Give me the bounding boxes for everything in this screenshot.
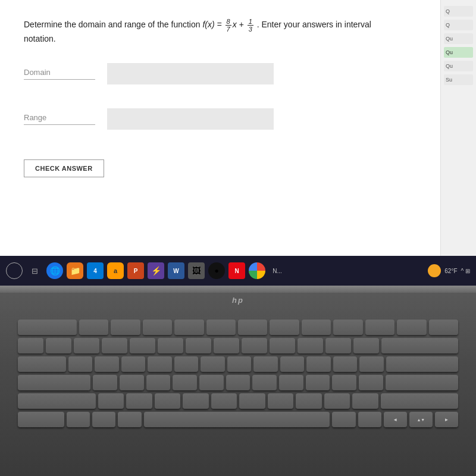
key-quote[interactable]	[359, 375, 383, 390]
key-backspace[interactable]	[381, 338, 458, 353]
key-o[interactable]	[280, 356, 304, 372]
key-y[interactable]	[201, 356, 224, 372]
key-lshift[interactable]	[18, 393, 96, 409]
side-item-5[interactable]: Qu	[444, 61, 473, 71]
key-left[interactable]: ◄	[384, 412, 407, 427]
key-f1[interactable]	[79, 320, 108, 335]
key-4[interactable]	[130, 338, 155, 353]
key-f7[interactable]	[270, 320, 299, 335]
key-t[interactable]	[174, 356, 198, 372]
chrome-icon[interactable]	[249, 262, 265, 279]
key-lctrl[interactable]	[18, 412, 64, 427]
key-space[interactable]	[144, 412, 330, 427]
system-tray[interactable]: ^ ⊞	[461, 268, 470, 274]
key-ralt[interactable]	[332, 412, 355, 427]
key-m[interactable]	[268, 393, 294, 409]
photo-app-icon[interactable]: 🖼	[188, 262, 205, 279]
key-f8[interactable]	[302, 320, 331, 335]
key-rbracket[interactable]	[359, 356, 383, 372]
key-updown[interactable]: ▲▼	[409, 412, 433, 427]
key-w[interactable]	[95, 356, 118, 372]
key-s[interactable]	[120, 375, 144, 390]
key-backtick[interactable]	[18, 338, 43, 353]
key-i[interactable]	[253, 356, 277, 372]
n-app-icon[interactable]: N...	[269, 262, 286, 279]
key-backslash[interactable]	[386, 356, 458, 372]
key-8[interactable]	[242, 338, 267, 353]
key-f[interactable]	[173, 375, 197, 390]
key-minus[interactable]	[325, 338, 351, 353]
key-5[interactable]	[158, 338, 183, 353]
key-f6[interactable]	[238, 320, 267, 335]
key-rctrl[interactable]	[358, 412, 381, 427]
key-f9[interactable]	[333, 320, 362, 335]
domain-input[interactable]	[107, 63, 274, 84]
key-6[interactable]	[186, 338, 211, 353]
key-right[interactable]: ►	[435, 412, 458, 427]
key-9[interactable]	[270, 338, 295, 353]
key-g[interactable]	[199, 375, 224, 390]
key-caps[interactable]	[18, 375, 90, 390]
side-item-6[interactable]: Su	[444, 74, 473, 85]
key-7[interactable]	[214, 338, 239, 353]
key-k[interactable]	[279, 375, 303, 390]
key-z[interactable]	[98, 393, 124, 409]
key-a[interactable]	[93, 375, 117, 390]
key-semicolon[interactable]	[332, 375, 356, 390]
lightning-icon[interactable]: ⚡	[148, 262, 164, 279]
key-f4[interactable]	[174, 320, 203, 335]
key-lwin[interactable]	[92, 412, 115, 427]
word-icon[interactable]: W	[168, 262, 184, 279]
key-l[interactable]	[306, 375, 330, 390]
key-r[interactable]	[148, 356, 171, 372]
amazon-icon[interactable]: a	[107, 262, 124, 279]
side-item-4[interactable]: Qu	[444, 47, 473, 58]
key-f10[interactable]	[365, 320, 394, 335]
key-e[interactable]	[121, 356, 145, 372]
check-answer-button[interactable]: CHECK ANSWER	[24, 159, 104, 177]
key-f12[interactable]	[429, 320, 458, 335]
key-c[interactable]	[155, 393, 181, 409]
side-item-3[interactable]: Qu	[444, 33, 473, 44]
key-j[interactable]	[252, 375, 277, 390]
key-1[interactable]	[46, 338, 71, 353]
task-view-icon[interactable]: ⊟	[26, 262, 43, 279]
key-x[interactable]	[126, 393, 152, 409]
key-f2[interactable]	[111, 320, 140, 335]
key-2[interactable]	[74, 338, 99, 353]
key-f11[interactable]	[397, 320, 426, 335]
key-comma[interactable]	[296, 393, 322, 409]
side-item-2[interactable]: Q	[444, 20, 473, 30]
range-input[interactable]	[107, 108, 274, 130]
key-v[interactable]	[183, 393, 209, 409]
key-d[interactable]	[146, 375, 171, 390]
key-f3[interactable]	[143, 320, 172, 335]
key-h[interactable]	[226, 375, 250, 390]
key-rshift[interactable]	[381, 393, 459, 409]
key-u[interactable]	[227, 356, 251, 372]
key-p[interactable]	[306, 356, 330, 372]
file-explorer-icon[interactable]: 📁	[67, 262, 83, 279]
powerpoint-icon[interactable]: P	[127, 262, 144, 279]
netflix-icon[interactable]: N	[228, 262, 245, 279]
key-q[interactable]	[68, 356, 92, 372]
key-slash[interactable]	[352, 393, 378, 409]
key-lalt[interactable]	[118, 412, 141, 427]
search-taskbar-icon[interactable]	[6, 262, 23, 279]
key-period[interactable]	[324, 393, 350, 409]
dark-app-icon[interactable]: ●	[208, 262, 225, 279]
ms-store-icon[interactable]: 4	[87, 262, 104, 279]
key-enter[interactable]	[386, 375, 458, 390]
key-tab[interactable]	[18, 356, 66, 372]
browser-icon[interactable]: 🌐	[46, 262, 63, 279]
key-0[interactable]	[298, 338, 323, 353]
key-lbracket[interactable]	[333, 356, 357, 372]
key-n[interactable]	[239, 393, 265, 409]
side-item-1[interactable]: Q	[444, 6, 473, 17]
key-f5[interactable]	[206, 320, 236, 335]
key-b[interactable]	[211, 393, 237, 409]
key-equals[interactable]	[353, 338, 379, 353]
key-esc[interactable]	[18, 320, 77, 335]
key-fn[interactable]	[67, 412, 90, 427]
key-3[interactable]	[102, 338, 127, 353]
